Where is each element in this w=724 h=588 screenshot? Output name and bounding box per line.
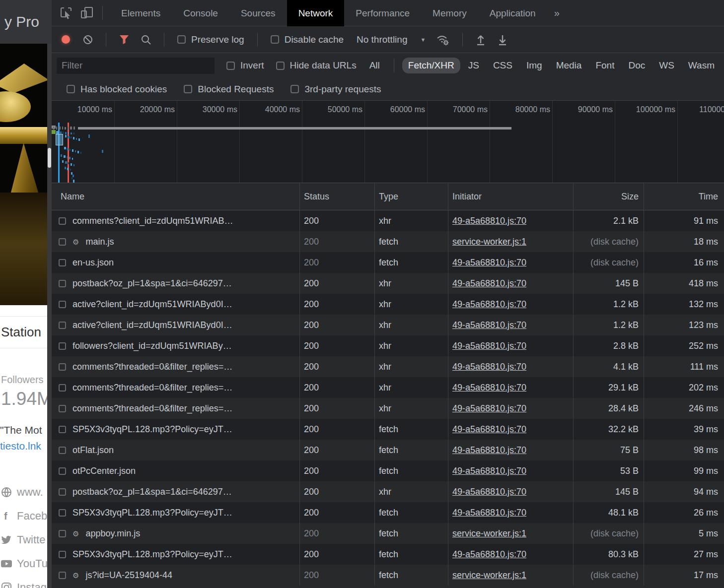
filter-chip-ws[interactable]: WS: [653, 58, 680, 73]
initiator-link[interactable]: 49-a5a68810.js:70: [452, 216, 526, 226]
network-conditions-icon[interactable]: [436, 34, 450, 46]
initiator-link[interactable]: 49-a5a68810.js:70: [452, 466, 526, 476]
table-row[interactable]: comments?threaded=0&filter_replies=…200x…: [52, 356, 724, 377]
table-row[interactable]: postback?oz_pl=1&spa=1&ci=646297…200xhr4…: [52, 481, 724, 502]
initiator-link[interactable]: service-worker.js:1: [452, 237, 526, 247]
row-checkbox[interactable]: [59, 467, 66, 475]
invert-toggle[interactable]: Invert: [226, 60, 264, 71]
table-row[interactable]: comments?client_id=zdUqm51WRIAB…200xhr49…: [52, 210, 724, 231]
request-name-cell[interactable]: SP5X3v3tyqPL.128.mp3?Policy=eyJT…: [52, 544, 300, 565]
table-row[interactable]: ⚙js?id=UA-2519404-44200fetchservice-work…: [52, 565, 724, 586]
row-checkbox[interactable]: [59, 342, 66, 350]
initiator-link[interactable]: service-worker.js:1: [452, 570, 526, 581]
table-row[interactable]: ⚙appboy.min.js200fetchservice-worker.js:…: [52, 523, 724, 544]
filter-chip-all[interactable]: All: [363, 58, 386, 73]
export-har-icon[interactable]: [497, 34, 508, 46]
table-row[interactable]: comments?threaded=0&filter_replies=…200x…: [52, 377, 724, 398]
blocked-requests-toggle[interactable]: Blocked Requests: [184, 84, 274, 95]
initiator-link[interactable]: 49-a5a68810.js:70: [452, 487, 526, 497]
preserve-log-toggle[interactable]: Preserve log: [177, 34, 244, 45]
initiator-link[interactable]: 49-a5a68810.js:70: [452, 383, 526, 393]
row-checkbox[interactable]: [59, 405, 66, 412]
tab-elements[interactable]: Elements: [110, 0, 172, 26]
initiator-link[interactable]: 49-a5a68810.js:70: [452, 320, 526, 330]
table-row[interactable]: SP5X3v3tyqPL.128.mp3?Policy=eyJT…200fetc…: [52, 419, 724, 440]
table-row[interactable]: SP5X3v3tyqPL.128.mp3?Policy=eyJT…200fetc…: [52, 502, 724, 523]
3rd-party-requests-checkbox[interactable]: [290, 85, 299, 93]
column-header-name[interactable]: Name: [52, 183, 300, 210]
table-row[interactable]: followers?client_id=zdUqm51WRIABy…200xhr…: [52, 335, 724, 356]
column-header-type[interactable]: Type: [375, 183, 448, 210]
request-name-cell[interactable]: comments?threaded=0&filter_replies=…: [52, 356, 300, 377]
tab-sources[interactable]: Sources: [229, 0, 287, 26]
3rd-party-requests-toggle[interactable]: 3rd-party requests: [290, 84, 381, 95]
filter-funnel-icon[interactable]: [119, 35, 130, 45]
disable-cache-toggle[interactable]: Disable cache: [271, 34, 344, 45]
initiator-link[interactable]: 49-a5a68810.js:70: [452, 341, 526, 351]
row-checkbox[interactable]: [59, 322, 66, 329]
request-name-cell[interactable]: otFlat.json: [52, 440, 300, 460]
initiator-link[interactable]: 49-a5a68810.js:70: [452, 258, 526, 268]
request-name-cell[interactable]: active?client_id=zdUqm51WRIAByd0I…: [52, 294, 300, 315]
throttling-select[interactable]: No throttling ▼: [357, 34, 426, 45]
row-checkbox[interactable]: [59, 363, 66, 371]
initiator-link[interactable]: service-worker.js:1: [452, 528, 526, 539]
bio-link[interactable]: tiesto.lnk: [0, 437, 52, 452]
filter-chip-js[interactable]: JS: [462, 58, 485, 73]
table-row[interactable]: en-us.json200fetch49-a5a68810.js:70(disk…: [52, 252, 724, 273]
initiator-link[interactable]: 49-a5a68810.js:70: [452, 299, 526, 310]
has-blocked-cookies-toggle[interactable]: Has blocked cookies: [67, 84, 167, 95]
request-name-cell[interactable]: postback?oz_pl=1&spa=1&ci=646297…: [52, 273, 300, 294]
hide-data-urls-checkbox[interactable]: [276, 62, 285, 70]
initiator-link[interactable]: 49-a5a68810.js:70: [452, 549, 526, 560]
request-name-cell[interactable]: active?client_id=zdUqm51WRIAByd0I…: [52, 315, 300, 335]
request-name-cell[interactable]: SP5X3v3tyqPL.128.mp3?Policy=eyJT…: [52, 502, 300, 523]
column-header-initiator[interactable]: Initiator: [448, 183, 574, 210]
social-link-youtu[interactable]: YouTu: [1, 557, 52, 570]
request-name-cell[interactable]: SP5X3v3tyqPL.128.mp3?Policy=eyJT…: [52, 419, 300, 440]
filter-input[interactable]: [57, 58, 215, 74]
row-checkbox[interactable]: [59, 217, 66, 225]
request-name-cell[interactable]: ⚙main.js: [52, 231, 300, 252]
table-row[interactable]: active?client_id=zdUqm51WRIAByd0I…200xhr…: [52, 294, 724, 315]
record-network-log-button[interactable]: [62, 35, 70, 44]
request-name-cell[interactable]: followers?client_id=zdUqm51WRIABy…: [52, 335, 300, 356]
request-name-cell[interactable]: en-us.json: [52, 252, 300, 273]
station-label[interactable]: Station: [0, 317, 52, 348]
initiator-link[interactable]: 49-a5a68810.js:70: [452, 424, 526, 435]
filter-chip-font[interactable]: Font: [589, 58, 620, 73]
page-scrollbar-thumb[interactable]: [48, 148, 51, 168]
request-name-cell[interactable]: comments?threaded=0&filter_replies=…: [52, 398, 300, 419]
device-toolbar-icon[interactable]: [78, 4, 95, 22]
filter-chip-wasm[interactable]: Wasm: [682, 58, 721, 73]
table-row[interactable]: comments?threaded=0&filter_replies=…200x…: [52, 398, 724, 419]
request-name-cell[interactable]: postback?oz_pl=1&spa=1&ci=646297…: [52, 481, 300, 502]
column-header-time[interactable]: Time: [644, 183, 724, 210]
row-checkbox[interactable]: [59, 301, 66, 308]
initiator-link[interactable]: 49-a5a68810.js:70: [452, 508, 526, 518]
request-name-cell[interactable]: comments?client_id=zdUqm51WRIAB…: [52, 210, 300, 231]
tab-memory[interactable]: Memory: [421, 0, 478, 26]
filter-chip-media[interactable]: Media: [550, 58, 588, 73]
request-name-cell[interactable]: otPcCenter.json: [52, 460, 300, 481]
row-checkbox[interactable]: [59, 280, 66, 287]
has-blocked-cookies-checkbox[interactable]: [67, 85, 75, 93]
tab-performance[interactable]: Performance: [344, 0, 421, 26]
table-row[interactable]: active?client_id=zdUqm51WRIAByd0I…200xhr…: [52, 315, 724, 335]
search-icon[interactable]: [141, 34, 151, 45]
social-link-faceb[interactable]: fFaceb: [1, 510, 52, 523]
tab-console[interactable]: Console: [172, 0, 229, 26]
column-header-status[interactable]: Status: [300, 183, 375, 210]
initiator-link[interactable]: 49-a5a68810.js:70: [452, 362, 526, 372]
social-link-instag[interactable]: Instag: [1, 581, 52, 588]
request-name-cell[interactable]: ⚙appboy.min.js: [52, 523, 300, 544]
inspect-element-icon[interactable]: [58, 4, 74, 22]
social-link-www[interactable]: www.: [1, 486, 52, 499]
page-scrollbar-track[interactable]: [47, 44, 52, 588]
preserve-log-checkbox[interactable]: [177, 35, 186, 44]
clear-network-log-icon[interactable]: [82, 34, 93, 45]
more-tabs-button[interactable]: »: [547, 0, 567, 26]
filter-chip-doc[interactable]: Doc: [622, 58, 651, 73]
row-checkbox[interactable]: [59, 551, 66, 558]
row-checkbox[interactable]: [59, 384, 66, 392]
